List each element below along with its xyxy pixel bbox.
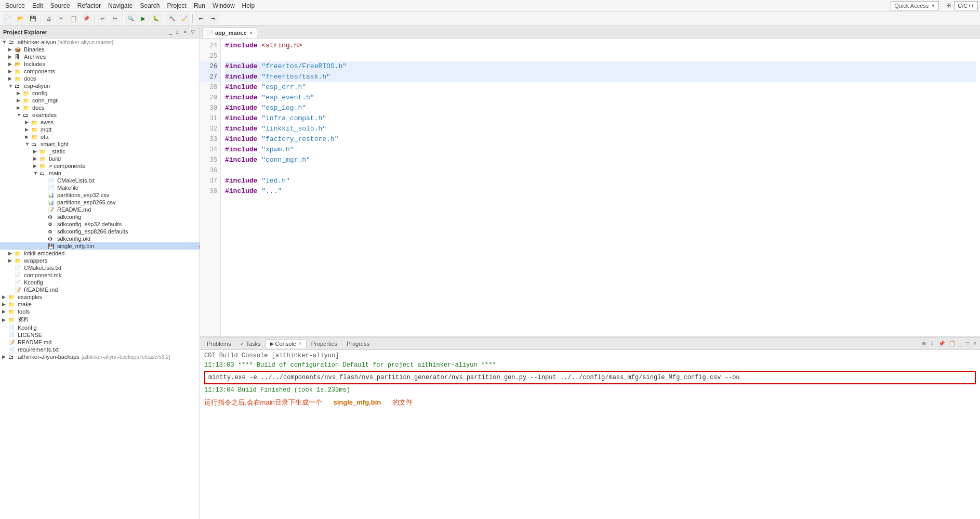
tree-item-components[interactable]: ▶ 📁 components — [0, 68, 200, 75]
paste-btn[interactable]: 📌 — [81, 13, 92, 24]
console-minimize-btn[interactable]: _ — [958, 340, 964, 347]
sidebar-close-btn[interactable]: × — [182, 29, 188, 35]
tab-progress[interactable]: Progress — [342, 339, 374, 348]
console-pin-btn[interactable]: 📌 — [937, 340, 946, 347]
tree-item-readme[interactable]: 📝 README.md — [0, 206, 200, 213]
menu-edit[interactable]: Edit — [29, 1, 46, 10]
tree-item-readme2[interactable]: 📝 README.md — [0, 286, 200, 293]
tree-item-examples[interactable]: ▼ 🗂 examples — [0, 111, 200, 119]
copy-btn[interactable]: 📋 — [68, 13, 80, 24]
sidebar-minimize-btn[interactable]: _ — [168, 29, 174, 35]
console-maximize-btn[interactable]: □ — [964, 340, 971, 347]
tree-item-iotkit[interactable]: ▶ 📁 iotkit-embedded — [0, 250, 200, 257]
tree-item-smart-light[interactable]: ▼ 🗂 smart_light — [0, 140, 200, 148]
tab-close-app-main[interactable]: × — [250, 30, 253, 36]
console-area[interactable]: CDT Build Console [aithinker-aliyun] 11:… — [200, 350, 980, 519]
tree-item-sdkconfig-esp32[interactable]: ⚙ sdkconfig_esp32.defaults — [0, 220, 200, 228]
sidebar-menu-btn[interactable]: ▽ — [189, 29, 196, 35]
tab-properties[interactable]: Properties — [307, 339, 342, 348]
tree-item-includes[interactable]: ▶ 📂 Includes — [0, 60, 200, 68]
tree-label-kconfig: Kconfig — [24, 279, 43, 286]
menu-source2[interactable]: Source — [47, 1, 73, 10]
menu-refactor[interactable]: Refactor — [74, 1, 104, 10]
tree-item-root[interactable]: ▼ 🗂 aithinker-aliyun [aithinker-aliyun m… — [0, 38, 200, 46]
cut-btn[interactable]: ✂ — [56, 13, 67, 24]
save-btn[interactable]: 💾 — [27, 13, 38, 24]
tree-item-examples2[interactable]: ▶ 📁 examples — [0, 293, 200, 301]
undo-btn[interactable]: ↩ — [97, 13, 108, 24]
tree-item-readme3[interactable]: 📝 README.md — [0, 339, 200, 346]
menu-source[interactable]: Source — [2, 1, 28, 10]
tab-label-problems: Problems — [207, 341, 231, 347]
line-number-31: 31 — [200, 113, 220, 124]
tree-item-docs[interactable]: ▶ 📁 docs — [0, 75, 200, 82]
console-copy-btn[interactable]: 📋 — [947, 340, 957, 347]
tree-item-license[interactable]: 📄 LICENSE — [0, 331, 200, 339]
menu-navigate[interactable]: Navigate — [105, 1, 136, 10]
tree-item-main[interactable]: ▼ 🗂 main — [0, 170, 200, 177]
tree-item-sdkconfig-esp8266[interactable]: ⚙ sdkconfig_esp8266.defaults — [0, 228, 200, 235]
tree-item-kconfig[interactable]: 📄 Kconfig — [0, 279, 200, 286]
tree-item-backups[interactable]: ▶ 🗂 aithinker-aliyun-backups [aithinker-… — [0, 353, 200, 360]
tree-item-archives[interactable]: ▶ 🗄 Archives — [0, 53, 200, 60]
quick-access-box[interactable]: Quick Access ▼ — [891, 1, 939, 10]
code-content[interactable]: #include <string.h> #include "freertos/F… — [221, 38, 980, 336]
back-btn[interactable]: ⬅ — [195, 13, 206, 24]
tree-item-partitions-esp8266[interactable]: 📊 partitions_esp8266.csv — [0, 199, 200, 206]
tree-item-sdkconfig[interactable]: ⚙ sdkconfig — [0, 213, 200, 220]
build-btn[interactable]: 🔨 — [166, 13, 178, 24]
tree-item-static[interactable]: ▶ 📁 _static — [0, 148, 200, 155]
tree-item-tools[interactable]: ▶ 📁 tools — [0, 308, 200, 315]
tree-item-partitions-esp32[interactable]: 📊 partitions_esp32.csv — [0, 191, 200, 199]
layout-icon[interactable]: ⊞ — [944, 1, 953, 10]
tab-app-main[interactable]: 📄 app_main.c × — [202, 28, 257, 38]
tab-tasks[interactable]: ✓ Tasks — [235, 339, 265, 348]
run-btn[interactable]: ▶ — [138, 13, 149, 24]
tab-console[interactable]: ▶ Console × — [266, 339, 307, 348]
new-btn[interactable]: 📄 — [2, 13, 14, 24]
tree-item-components2[interactable]: ▶ 📁 > components — [0, 162, 200, 170]
keyword-include-27: #include — [225, 73, 257, 81]
tree-item-cmakelists[interactable]: 📄 CMakeLists.txt — [0, 177, 200, 184]
tree-item-docs2[interactable]: ▶ 📁 docs — [0, 104, 200, 111]
search-btn[interactable]: 🔍 — [125, 13, 137, 24]
tree-item-kconfig2[interactable]: 📄 Kconfig — [0, 324, 200, 331]
tree-item-esp-aliyun[interactable]: ▼ 🗂 esp-aliyun — [0, 82, 200, 89]
print-btn[interactable]: 🖨 — [43, 13, 55, 24]
tree-item-sdkconfig-old[interactable]: ⚙ sdkconfig.old — [0, 235, 200, 242]
tree-item-single-mfg-bin[interactable]: 💾 single_mfg.bin ◀ — [0, 242, 200, 250]
open-btn[interactable]: 📂 — [15, 13, 26, 24]
menu-help[interactable]: Help — [239, 1, 258, 10]
tree-item-wrappers[interactable]: ▶ 📁 wrappers — [0, 257, 200, 264]
tree-item-component-mk[interactable]: 📄 component.mk — [0, 271, 200, 279]
tree-item-awss[interactable]: ▶ 📁 awss — [0, 119, 200, 126]
clean-btn[interactable]: 🧹 — [179, 13, 190, 24]
console-close-btn[interactable]: × — [972, 340, 978, 347]
menu-window[interactable]: Window — [209, 1, 238, 10]
menu-search[interactable]: Search — [137, 1, 163, 10]
menu-run[interactable]: Run — [191, 1, 208, 10]
tree-item-build[interactable]: ▶ 📁 build — [0, 155, 200, 162]
tree-item-makefile[interactable]: 📄 Makefile — [0, 184, 200, 191]
tab-close-console[interactable]: × — [299, 341, 302, 346]
tree-item-make[interactable]: ▶ 📁 make — [0, 301, 200, 308]
tree-item-cmakelists2[interactable]: 📄 CMakeLists.txt — [0, 264, 200, 271]
console-scroll-lock-btn[interactable]: ⇩ — [929, 340, 936, 347]
tree-icon-archives: 🗄 — [15, 54, 23, 60]
tree-label-single-mfg-bin: single_mfg.bin — [57, 243, 94, 249]
forward-btn[interactable]: ➡ — [207, 13, 219, 24]
code-editor[interactable]: 24 25 26 27 28 29 30 31 32 33 34 35 36 3… — [200, 38, 980, 337]
tree-item-mqtt[interactable]: ▶ 📁 mqtt — [0, 126, 200, 133]
tree-item-ota[interactable]: ▶ 📁 ota — [0, 133, 200, 140]
tree-item-config[interactable]: ▶ 📁 config — [0, 89, 200, 97]
tab-problems[interactable]: Problems — [202, 339, 235, 348]
redo-btn[interactable]: ↪ — [109, 13, 121, 24]
console-clear-btn[interactable]: ⊗ — [920, 340, 928, 347]
tree-item-resources[interactable]: ▶ 📁 资料 — [0, 315, 200, 324]
sidebar-maximize-btn[interactable]: □ — [175, 29, 181, 35]
tree-item-conn-mgr[interactable]: ▶ 📁 conn_mgr — [0, 97, 200, 104]
debug-btn[interactable]: 🐛 — [150, 13, 162, 24]
tree-item-binaries[interactable]: ▶ 📦 Binaries — [0, 46, 200, 53]
menu-project[interactable]: Project — [164, 1, 190, 10]
tree-item-requirements[interactable]: 📄 requirements.txt — [0, 346, 200, 353]
